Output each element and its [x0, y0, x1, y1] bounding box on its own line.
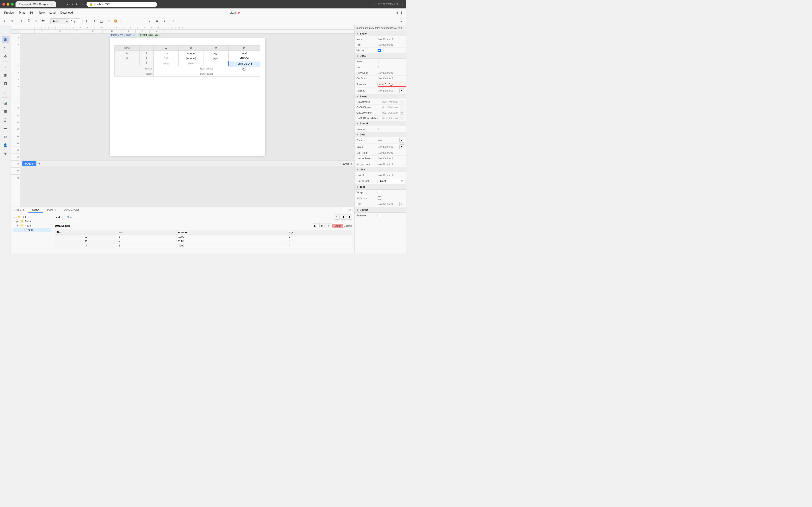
- tree-item-report[interactable]: ▼ 📁 Report: [13, 223, 51, 228]
- text-text-btn[interactable]: +: [399, 202, 404, 206]
- data-value-btn[interactable]: ▼: [399, 144, 404, 149]
- add-page-button[interactable]: +: [37, 162, 41, 166]
- section-event-header[interactable]: ▼ Event: [355, 94, 406, 99]
- section-link-header[interactable]: ▼ Link: [355, 167, 406, 172]
- back-button[interactable]: ‹: [66, 2, 69, 7]
- menu-print[interactable]: Print: [18, 10, 26, 15]
- section-excel-header[interactable]: ▼ Excel: [355, 53, 406, 59]
- cell-f-2[interactable]: (0,0): [179, 61, 203, 66]
- undo-button[interactable]: ↩: [2, 18, 8, 24]
- section-basic-header[interactable]: ▼ Basic: [355, 31, 406, 36]
- data-row-2-qty[interactable]: 3: [287, 239, 352, 243]
- tree-item-test[interactable]: 📄 test: [13, 228, 51, 232]
- cell-d-qty[interactable]: [qty]: [203, 56, 229, 61]
- redo-button[interactable]: ↪: [9, 18, 15, 24]
- clear-button[interactable]: Clear: [333, 224, 343, 228]
- paste-button[interactable]: ⎗: [33, 18, 39, 24]
- data-export-button[interactable]: ⬇: [347, 215, 352, 220]
- tab-assets[interactable]: ASSETS: [11, 207, 29, 213]
- page-tab-1[interactable]: Page 1: [22, 161, 37, 166]
- indent-right-button[interactable]: ⇥: [161, 18, 167, 24]
- sidebar-shape-btn[interactable]: △: [2, 89, 9, 96]
- font-family-select[interactable]: Arial: [50, 18, 69, 24]
- sidebar-list-btn[interactable]: ▬: [2, 124, 9, 132]
- data-import-button[interactable]: ⬆: [341, 215, 346, 220]
- event-ongetvalue-btn[interactable]: +: [400, 100, 404, 104]
- data-row-1-no[interactable]: 1: [117, 234, 176, 239]
- cell-d-amount[interactable]: [amount]: [179, 56, 203, 61]
- data-row-2-amount[interactable]: 2000: [176, 239, 287, 243]
- sample-add-btn[interactable]: +: [326, 223, 331, 228]
- panel-expand-button[interactable]: ⛶: [343, 208, 347, 212]
- indent-left-button[interactable]: ⇤: [147, 18, 153, 24]
- cell-h-no[interactable]: no: [154, 51, 179, 56]
- menu-icon[interactable]: ⋮: [401, 3, 404, 6]
- text-multiline-checkbox[interactable]: [377, 196, 381, 200]
- cell-h-total[interactable]: total: [229, 51, 260, 56]
- forward-button[interactable]: ›: [71, 2, 74, 7]
- info-icon[interactable]: ℹ: [401, 11, 402, 14]
- menu-new[interactable]: New: [39, 10, 45, 15]
- sample-grid-btn[interactable]: ⊞: [313, 223, 318, 228]
- align-left-button[interactable]: ☰: [123, 18, 129, 24]
- sidebar-user-btn[interactable]: 👤: [2, 141, 9, 149]
- sidebar-group-btn[interactable]: ⊕: [2, 150, 9, 157]
- rotate-handle[interactable]: ↻: [242, 67, 246, 71]
- tab-languages[interactable]: LANGUAGES: [60, 207, 84, 213]
- cell-h-amount[interactable]: amount: [179, 51, 203, 56]
- sidebar-sum-btn[interactable]: ∑: [2, 116, 9, 123]
- data-row-3-amount[interactable]: 3000: [176, 243, 287, 248]
- align-center-button[interactable]: ☰: [130, 18, 136, 24]
- settings-icon[interactable]: ⚙: [396, 11, 399, 14]
- sidebar-cursor-btn[interactable]: ↖: [2, 44, 9, 52]
- section-bound-header[interactable]: ▼ Bound: [355, 121, 406, 126]
- tab-close-icon[interactable]: ✕: [51, 3, 53, 6]
- sample-list-btn[interactable]: ≡: [319, 223, 324, 228]
- bg-color-button[interactable]: 🎨: [112, 18, 119, 24]
- close-button[interactable]: [2, 3, 5, 6]
- cell-h-qty[interactable]: qty: [203, 51, 229, 56]
- cut-button[interactable]: ✂: [19, 18, 25, 24]
- cell-f-3[interactable]: [203, 61, 229, 66]
- maximize-button[interactable]: [11, 3, 14, 6]
- sidebar-table-btn[interactable]: ⊞: [2, 72, 9, 79]
- sidebar-barcode-btn[interactable]: ▦: [2, 108, 9, 115]
- sidebar-sub-btn[interactable]: ⊡: [2, 133, 9, 140]
- text-wrap-checkbox[interactable]: [377, 191, 381, 194]
- event-ongetstyles-btn[interactable]: +: [400, 105, 404, 109]
- address-bar[interactable]: 🔒 localhost:5501: [87, 2, 157, 7]
- minimize-button[interactable]: [7, 3, 9, 6]
- data-row-3-qty[interactable]: 4: [287, 243, 352, 248]
- underline-button[interactable]: U: [98, 18, 105, 24]
- section-editing-header[interactable]: ▼ Editing: [355, 207, 406, 213]
- zoom-out-button[interactable]: −: [339, 162, 341, 165]
- data-row-1-amount[interactable]: 1000: [176, 234, 287, 239]
- tree-item-stock[interactable]: ▶ 📁 Stock: [13, 219, 51, 223]
- browser-tab[interactable]: Realreport - Web Designer ✕: [15, 1, 56, 7]
- panel-compress-button[interactable]: ⊡: [348, 208, 352, 212]
- zoom-in-button[interactable]: +: [351, 162, 352, 165]
- excel-format-btn[interactable]: ▼: [399, 88, 404, 93]
- sidebar-objects-btn[interactable]: ⊞: [2, 36, 9, 43]
- tab-script[interactable]: SCRIPT: [43, 207, 60, 213]
- sidebar-image-btn[interactable]: 🖼: [2, 80, 9, 88]
- editing-editable-checkbox[interactable]: [377, 214, 381, 217]
- new-tab-button[interactable]: +: [58, 2, 62, 6]
- excel-formula-input[interactable]: [377, 82, 406, 87]
- share-button[interactable]: Share: [67, 216, 74, 219]
- data-data-btn[interactable]: ▼: [399, 138, 404, 143]
- link-target-select[interactable]: _blank _self _parent: [377, 179, 404, 183]
- menu-download[interactable]: Download: [60, 10, 73, 15]
- cell-f-1[interactable]: (0,0): [154, 61, 179, 66]
- indent-center-button[interactable]: ⇔: [154, 18, 160, 24]
- section-data-header[interactable]: ▼ Data: [355, 132, 406, 137]
- wrap-button[interactable]: ⊟: [171, 18, 177, 24]
- section-text-header[interactable]: ▼ Text: [355, 184, 406, 190]
- delete-button[interactable]: 🗑: [40, 18, 46, 24]
- sidebar-text-btn[interactable]: T: [2, 63, 9, 71]
- tree-item-data[interactable]: ▼ 📁 Data: [13, 215, 51, 219]
- home-button[interactable]: ⌂: [81, 2, 85, 7]
- reload-button[interactable]: ↻: [75, 2, 80, 7]
- event-ongetvisible-btn[interactable]: +: [400, 111, 404, 115]
- data-refresh-button[interactable]: ↻: [335, 215, 340, 220]
